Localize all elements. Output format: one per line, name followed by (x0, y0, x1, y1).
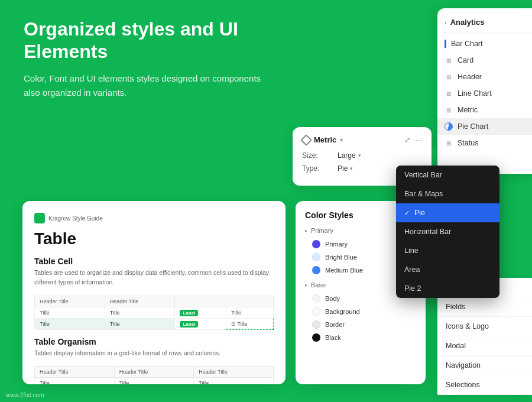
color-label: Body (325, 295, 340, 302)
color-item-black: Black (305, 331, 416, 344)
table-cell: Title (105, 318, 175, 329)
sidebar-item-label: Pie Chart (458, 122, 488, 131)
size-value: Large (338, 151, 356, 160)
dropdown-item-vertical-bar[interactable]: ✓ Vertical Bar (396, 166, 499, 184)
primary-section-label: Primary (311, 227, 333, 234)
size-chevron-icon: ▾ (358, 153, 361, 158)
table-organism-desc: Tables display information in a grid-lik… (34, 349, 274, 358)
metric-card-title: Metric (314, 135, 336, 144)
dropdown-item-label: Area (404, 265, 420, 274)
logo-mark (34, 213, 45, 223)
header-section: Organized styles and UI Elements Color, … (24, 18, 272, 100)
sidebar-bottom-navigation[interactable]: Navigation (437, 356, 532, 375)
sidebar-item-bar-chart[interactable]: Bar Chart (437, 35, 532, 52)
sidebar-item-label: Metric (458, 106, 478, 114)
color-label: Background (325, 308, 360, 315)
metric-card-header: Metric ▾ ⤢ ··· (302, 135, 422, 144)
table-cell: Title (35, 378, 115, 384)
table-cell: Title (105, 307, 175, 318)
table-header (226, 296, 274, 307)
table-header: Header Title (35, 367, 115, 378)
primary-swatch (312, 240, 320, 248)
pie-chart-icon (445, 122, 453, 131)
mini-table-2: Header Title Header Title Header Title T… (34, 366, 274, 384)
border-swatch (312, 320, 320, 329)
table-panel-title: Table (34, 229, 274, 248)
metric-size-row: Size: Large ▾ (302, 151, 422, 160)
dropdown-item-horizontal-bar[interactable]: ✓ Horizontal Bar (396, 222, 499, 241)
base-section-label: Base (311, 281, 326, 288)
table-panel: Kragrow Style Guide Table Table Cell Tab… (22, 201, 286, 384)
metric-icon: ⊞ (445, 106, 453, 114)
sidebar-item-pie-chart[interactable]: Pie Chart (437, 118, 532, 135)
sidebar-item-label: Bar Chart (451, 40, 483, 48)
move-icon[interactable]: ⤢ (404, 135, 411, 144)
dropdown-item-pie2[interactable]: ✓ Pie 2 (396, 279, 499, 298)
page-subtitle: Color, Font and UI elements styles desig… (24, 72, 272, 100)
medium-blue-swatch (312, 266, 320, 274)
sidebar-bottom-fields[interactable]: Fields (437, 297, 532, 317)
sidebar-item-header[interactable]: ⊞ Header (437, 69, 532, 85)
sidebar-bottom-selections[interactable]: Selections (437, 375, 532, 395)
color-label: Bright Blue (325, 254, 357, 261)
color-item-background: Background (305, 305, 416, 318)
metric-title-area: Metric ▾ (302, 135, 343, 144)
logo-text: Kragrow Style Guide (48, 215, 103, 222)
status-icon: ⊞ (445, 139, 453, 147)
color-label: Primary (325, 241, 348, 248)
watermark-text: www.25xt.com (6, 392, 44, 398)
dropdown-item-area[interactable]: ✓ Area (396, 260, 499, 279)
type-chevron-icon: ▾ (350, 166, 353, 171)
dropdown-item-pie[interactable]: ✓ Pie (396, 203, 499, 222)
sidebar-item-label: Line Chart (458, 89, 492, 98)
sidebar-header: ‹ Analytics (437, 14, 532, 33)
back-chevron-icon[interactable]: ‹ (445, 19, 447, 26)
dropdown-item-label: Horizontal Bar (404, 228, 451, 236)
table-cell: Label (175, 318, 226, 329)
more-icon[interactable]: ··· (416, 135, 422, 144)
table-header: Header Title (114, 367, 194, 378)
sidebar-item-card[interactable]: ⊞ Card (437, 52, 532, 69)
table-cell: Title (35, 318, 105, 329)
mini-table-1: Header Title Header Title Title Title La… (34, 296, 274, 330)
color-label: Border (325, 321, 345, 328)
metric-action-icons: ⤢ ··· (404, 135, 422, 144)
type-value-area[interactable]: Pie ▾ (338, 164, 353, 173)
table-cell: Label (175, 307, 226, 318)
table-header: Header Title (105, 296, 175, 307)
dropdown-item-line[interactable]: ✓ Line (396, 241, 499, 260)
bar-chart-icon (445, 40, 446, 48)
table-cell: Title (114, 378, 194, 384)
color-item-border: Border (305, 318, 416, 331)
page-title: Organized styles and UI Elements (24, 18, 272, 63)
triangle-icon: ▸ (305, 228, 307, 234)
dropdown-item-bar-maps[interactable]: ✓ Bar & Maps (396, 184, 499, 203)
dropdown-item-label: Pie 2 (404, 284, 421, 293)
footer-watermark: www.25xt.com (0, 392, 50, 398)
metric-diamond-icon (300, 134, 312, 146)
table-cell: ⊙ Title (226, 318, 274, 329)
dropdown-item-label: Vertical Bar (404, 171, 442, 179)
table-cell-desc: Tables are used to organize and display … (34, 268, 274, 287)
size-label: Size: (302, 151, 338, 160)
check-icon: ✓ (404, 209, 410, 217)
sidebar-item-status[interactable]: ⊞ Status (437, 135, 532, 151)
bright-blue-swatch (312, 253, 320, 261)
sidebar-item-label: Status (458, 139, 478, 147)
metric-dropdown-chevron-icon[interactable]: ▾ (340, 137, 343, 143)
card-icon: ⊞ (445, 56, 453, 64)
sidebar-item-label: Card (458, 56, 473, 64)
table-cell-title: Table Cell (34, 257, 274, 266)
sidebar-item-metric[interactable]: ⊞ Metric (437, 102, 532, 118)
sidebar-panel: ‹ Analytics Bar Chart ⊞ Card ⊞ Header ⊞ … (437, 8, 532, 174)
sidebar-bottom-modal[interactable]: Modal (437, 336, 532, 356)
background-swatch (312, 307, 320, 316)
sidebar-item-line-chart[interactable]: ⊞ Line Chart (437, 85, 532, 102)
table-cell: Title (194, 378, 274, 384)
table-header: Header Title (35, 296, 105, 307)
sidebar-bottom-icons-logo[interactable]: Icons & Logo (437, 317, 532, 336)
body-swatch (312, 294, 320, 303)
dropdown-item-label: Line (404, 247, 419, 255)
sidebar-item-label: Header (458, 73, 482, 81)
size-value-area[interactable]: Large ▾ (338, 151, 361, 160)
